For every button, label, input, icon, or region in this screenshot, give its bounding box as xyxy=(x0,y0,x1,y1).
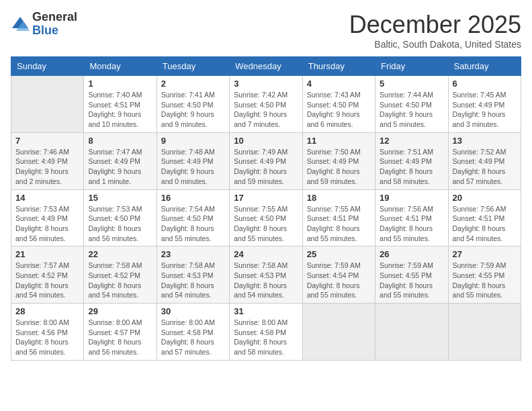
cell-info: Sunrise: 7:54 AMSunset: 4:50 PMDaylight:… xyxy=(161,204,225,244)
calendar-cell xyxy=(448,304,521,361)
day-number: 20 xyxy=(453,193,517,203)
calendar-cell: 24Sunrise: 7:58 AMSunset: 4:53 PMDayligh… xyxy=(230,246,302,304)
calendar-cell: 28Sunrise: 8:00 AMSunset: 4:56 PMDayligh… xyxy=(11,304,84,361)
cell-info: Sunrise: 8:00 AMSunset: 4:58 PMDaylight:… xyxy=(234,318,298,357)
day-number: 31 xyxy=(234,306,298,316)
logo-icon xyxy=(11,15,30,34)
cell-info: Sunrise: 7:45 AMSunset: 4:49 PMDaylight:… xyxy=(453,90,517,130)
cell-info: Sunrise: 7:42 AMSunset: 4:50 PMDaylight:… xyxy=(234,90,298,130)
day-number: 4 xyxy=(307,79,371,89)
month-title: December 2025 xyxy=(349,11,521,39)
day-number: 21 xyxy=(15,249,79,259)
day-number: 12 xyxy=(380,136,443,146)
cell-info: Sunrise: 7:57 AMSunset: 4:52 PMDaylight:… xyxy=(15,261,79,300)
day-number: 13 xyxy=(453,136,517,146)
calendar-cell: 14Sunrise: 7:53 AMSunset: 4:49 PMDayligh… xyxy=(11,189,84,246)
calendar-cell xyxy=(11,76,84,133)
calendar-cell: 15Sunrise: 7:53 AMSunset: 4:50 PMDayligh… xyxy=(84,189,157,246)
calendar-week-3: 14Sunrise: 7:53 AMSunset: 4:49 PMDayligh… xyxy=(11,189,521,246)
calendar-cell: 18Sunrise: 7:55 AMSunset: 4:51 PMDayligh… xyxy=(302,189,375,246)
cell-info: Sunrise: 8:00 AMSunset: 4:58 PMDaylight:… xyxy=(161,318,225,357)
calendar-week-1: 1Sunrise: 7:40 AMSunset: 4:51 PMDaylight… xyxy=(11,76,521,133)
calendar-cell: 30Sunrise: 8:00 AMSunset: 4:58 PMDayligh… xyxy=(157,304,229,361)
calendar-cell: 26Sunrise: 7:59 AMSunset: 4:55 PMDayligh… xyxy=(375,246,448,304)
calendar-cell: 16Sunrise: 7:54 AMSunset: 4:50 PMDayligh… xyxy=(157,189,229,246)
col-sunday: Sunday xyxy=(11,57,84,76)
cell-info: Sunrise: 8:00 AMSunset: 4:56 PMDaylight:… xyxy=(15,318,79,357)
day-number: 3 xyxy=(234,79,298,89)
cell-info: Sunrise: 7:58 AMSunset: 4:52 PMDaylight:… xyxy=(88,261,152,300)
cell-info: Sunrise: 7:43 AMSunset: 4:50 PMDaylight:… xyxy=(307,90,371,130)
logo-general-text: General xyxy=(32,10,77,24)
calendar-cell: 4Sunrise: 7:43 AMSunset: 4:50 PMDaylight… xyxy=(302,76,375,133)
day-number: 10 xyxy=(234,136,298,146)
calendar-cell: 7Sunrise: 7:46 AMSunset: 4:49 PMDaylight… xyxy=(11,132,84,189)
calendar-cell: 20Sunrise: 7:56 AMSunset: 4:51 PMDayligh… xyxy=(448,189,521,246)
calendar-week-4: 21Sunrise: 7:57 AMSunset: 4:52 PMDayligh… xyxy=(11,246,521,304)
col-monday: Monday xyxy=(84,57,157,76)
calendar-table: Sunday Monday Tuesday Wednesday Thursday… xyxy=(11,56,521,361)
cell-info: Sunrise: 7:49 AMSunset: 4:49 PMDaylight:… xyxy=(234,147,298,187)
day-number: 7 xyxy=(15,136,79,146)
calendar-cell: 3Sunrise: 7:42 AMSunset: 4:50 PMDaylight… xyxy=(230,76,302,133)
day-number: 11 xyxy=(307,136,371,146)
day-number: 2 xyxy=(161,79,225,89)
day-number: 5 xyxy=(380,79,443,89)
location-text: Baltic, South Dakota, United States xyxy=(349,39,521,50)
day-number: 27 xyxy=(453,249,517,259)
calendar-cell: 13Sunrise: 7:52 AMSunset: 4:49 PMDayligh… xyxy=(448,132,521,189)
day-number: 28 xyxy=(15,306,79,316)
calendar-cell: 17Sunrise: 7:55 AMSunset: 4:50 PMDayligh… xyxy=(230,189,302,246)
cell-info: Sunrise: 7:51 AMSunset: 4:49 PMDaylight:… xyxy=(380,147,443,187)
logo-blue-text: Blue xyxy=(32,24,58,37)
day-number: 22 xyxy=(88,249,152,259)
calendar-cell: 22Sunrise: 7:58 AMSunset: 4:52 PMDayligh… xyxy=(84,246,157,304)
calendar-cell: 8Sunrise: 7:47 AMSunset: 4:49 PMDaylight… xyxy=(84,132,157,189)
day-number: 29 xyxy=(88,306,152,316)
calendar-cell: 1Sunrise: 7:40 AMSunset: 4:51 PMDaylight… xyxy=(84,76,157,133)
calendar-cell: 31Sunrise: 8:00 AMSunset: 4:58 PMDayligh… xyxy=(230,304,302,361)
cell-info: Sunrise: 7:48 AMSunset: 4:49 PMDaylight:… xyxy=(161,147,225,187)
day-number: 9 xyxy=(161,136,225,146)
cell-info: Sunrise: 7:59 AMSunset: 4:55 PMDaylight:… xyxy=(380,261,443,300)
page-header: General Blue December 2025 Baltic, South… xyxy=(11,11,521,50)
cell-info: Sunrise: 7:52 AMSunset: 4:49 PMDaylight:… xyxy=(453,147,517,187)
calendar-cell: 5Sunrise: 7:44 AMSunset: 4:50 PMDaylight… xyxy=(375,76,448,133)
day-number: 17 xyxy=(234,193,298,203)
cell-info: Sunrise: 7:53 AMSunset: 4:50 PMDaylight:… xyxy=(88,204,152,244)
header-row: Sunday Monday Tuesday Wednesday Thursday… xyxy=(11,57,521,76)
calendar-cell: 2Sunrise: 7:41 AMSunset: 4:50 PMDaylight… xyxy=(157,76,229,133)
cell-info: Sunrise: 7:53 AMSunset: 4:49 PMDaylight:… xyxy=(15,204,79,244)
day-number: 18 xyxy=(307,193,371,203)
calendar-cell: 12Sunrise: 7:51 AMSunset: 4:49 PMDayligh… xyxy=(375,132,448,189)
calendar-week-2: 7Sunrise: 7:46 AMSunset: 4:49 PMDaylight… xyxy=(11,132,521,189)
day-number: 30 xyxy=(161,306,225,316)
calendar-cell: 21Sunrise: 7:57 AMSunset: 4:52 PMDayligh… xyxy=(11,246,84,304)
cell-info: Sunrise: 7:46 AMSunset: 4:49 PMDaylight:… xyxy=(15,147,79,187)
day-number: 16 xyxy=(161,193,225,203)
calendar-cell: 29Sunrise: 8:00 AMSunset: 4:57 PMDayligh… xyxy=(84,304,157,361)
calendar-cell: 19Sunrise: 7:56 AMSunset: 4:51 PMDayligh… xyxy=(375,189,448,246)
col-friday: Friday xyxy=(375,57,448,76)
calendar-cell: 6Sunrise: 7:45 AMSunset: 4:49 PMDaylight… xyxy=(448,76,521,133)
day-number: 1 xyxy=(88,79,152,89)
calendar-cell: 11Sunrise: 7:50 AMSunset: 4:49 PMDayligh… xyxy=(302,132,375,189)
calendar-cell: 25Sunrise: 7:59 AMSunset: 4:54 PMDayligh… xyxy=(302,246,375,304)
day-number: 26 xyxy=(380,249,443,259)
calendar-cell xyxy=(375,304,448,361)
title-block: December 2025 Baltic, South Dakota, Unit… xyxy=(349,11,521,50)
col-wednesday: Wednesday xyxy=(230,57,302,76)
cell-info: Sunrise: 7:58 AMSunset: 4:53 PMDaylight:… xyxy=(234,261,298,300)
cell-info: Sunrise: 7:55 AMSunset: 4:51 PMDaylight:… xyxy=(307,204,371,244)
logo: General Blue xyxy=(11,11,77,38)
day-number: 15 xyxy=(88,193,152,203)
col-saturday: Saturday xyxy=(448,57,521,76)
cell-info: Sunrise: 7:56 AMSunset: 4:51 PMDaylight:… xyxy=(453,204,517,244)
cell-info: Sunrise: 7:44 AMSunset: 4:50 PMDaylight:… xyxy=(380,90,443,130)
cell-info: Sunrise: 7:41 AMSunset: 4:50 PMDaylight:… xyxy=(161,90,225,130)
calendar-cell: 9Sunrise: 7:48 AMSunset: 4:49 PMDaylight… xyxy=(157,132,229,189)
calendar-cell: 23Sunrise: 7:58 AMSunset: 4:53 PMDayligh… xyxy=(157,246,229,304)
calendar-cell xyxy=(302,304,375,361)
cell-info: Sunrise: 8:00 AMSunset: 4:57 PMDaylight:… xyxy=(88,318,152,357)
cell-info: Sunrise: 7:59 AMSunset: 4:55 PMDaylight:… xyxy=(453,261,517,300)
